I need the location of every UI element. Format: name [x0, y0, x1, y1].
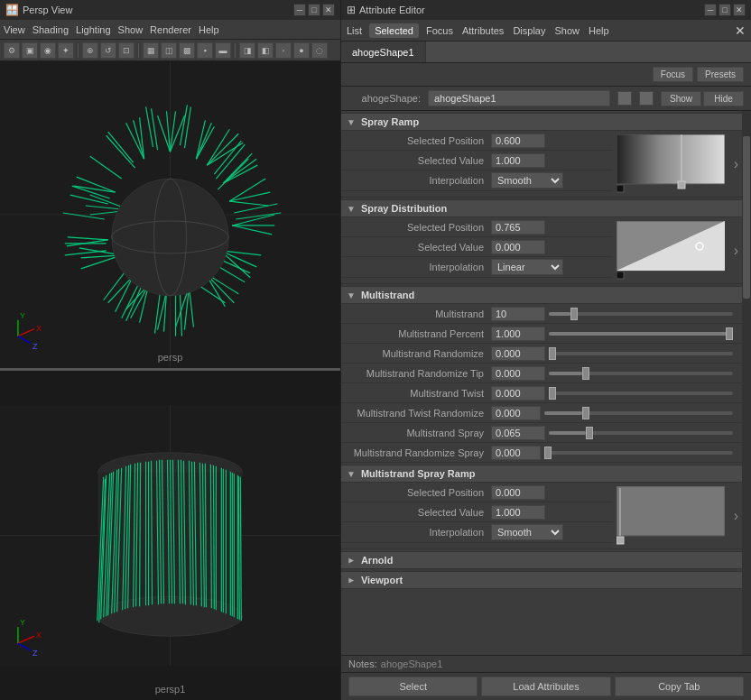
spray-ramp-pos-input[interactable]: [491, 134, 545, 148]
attr-menu-display[interactable]: Display: [511, 25, 547, 36]
toolbar-btn-4[interactable]: ✦: [58, 42, 74, 59]
multistrand-slider-4[interactable]: [549, 391, 733, 395]
ms-spray-ramp-nav-arrow[interactable]: ›: [730, 483, 742, 548]
attr-menu-show[interactable]: Show: [552, 25, 581, 36]
menu-lighting[interactable]: Lighting: [76, 24, 111, 35]
toolbar-btn-11[interactable]: ▪: [197, 42, 213, 59]
show-btn[interactable]: Show: [661, 91, 701, 106]
attr-node-input[interactable]: [428, 90, 610, 106]
spray-dist-pos-input[interactable]: [491, 220, 545, 235]
attr-menu-attributes[interactable]: Attributes: [460, 25, 505, 36]
multistrand-slider-7[interactable]: [544, 451, 733, 455]
multistrand-input-3[interactable]: [491, 366, 545, 381]
attr-tab-ahogeshape1[interactable]: ahogeShape1: [341, 41, 426, 62]
attr-scrollbar[interactable]: [742, 111, 751, 655]
svg-rect-150: [617, 272, 624, 279]
toolbar-sep-1: [78, 43, 79, 58]
attr-menu-selected[interactable]: Selected: [369, 23, 419, 38]
attr-minimize-btn[interactable]: ─: [704, 4, 717, 16]
toolbar-btn-10[interactable]: ▩: [179, 42, 195, 59]
toolbar-btn-1[interactable]: ⚙: [4, 42, 20, 59]
toolbar-btn-2[interactable]: ▣: [22, 42, 38, 59]
spray-dist-section-header[interactable]: ▼ Spray Distribution: [341, 199, 742, 217]
multistrand-input-4[interactable]: [491, 386, 545, 401]
hide-btn[interactable]: Hide: [703, 91, 744, 106]
spray-dist-interp-select[interactable]: Linear Smooth Spline: [491, 259, 563, 275]
select-btn[interactable]: Select: [348, 677, 477, 696]
persp-minimize-btn[interactable]: ─: [293, 4, 306, 16]
persp-close-btn[interactable]: ✕: [322, 4, 335, 16]
multistrand-spray-ramp-header[interactable]: ▼ Multistrand Spray Ramp: [341, 465, 742, 483]
multistrand-slider-1[interactable]: [549, 332, 733, 336]
toolbar-btn-5[interactable]: ⊕: [82, 42, 98, 59]
attr-color-btn-2[interactable]: [639, 91, 654, 106]
menu-renderer[interactable]: Renderer: [150, 24, 191, 35]
ms-spray-ramp-interp-select[interactable]: Smooth Linear Spline: [491, 524, 563, 540]
toolbar-btn-7[interactable]: ⊡: [118, 42, 134, 59]
menu-help[interactable]: Help: [199, 24, 219, 35]
persp-maximize-btn[interactable]: □: [308, 4, 320, 16]
spray-dist-interp-label: Interpolation: [347, 262, 491, 272]
multistrand-spray-ramp-content: Selected Position Selected Value Interpo…: [341, 483, 742, 549]
ms-spray-ramp-pos-input[interactable]: [491, 485, 545, 500]
arnold-section-header[interactable]: ▼ Arnold: [341, 551, 742, 569]
attr-color-btn-1[interactable]: [617, 91, 632, 106]
attr-maximize-btn[interactable]: □: [719, 4, 731, 16]
svg-rect-151: [617, 486, 725, 536]
multistrand-section-header[interactable]: ▼ Multistrand: [341, 286, 742, 304]
multistrand-input-6[interactable]: [491, 426, 545, 440]
attr-scroll-area[interactable]: ▼ Spray Ramp Selected Position Selected …: [341, 111, 742, 655]
spray-ramp-pos-label: Selected Position: [347, 135, 491, 146]
spray-ramp-section-header[interactable]: ▼ Spray Ramp: [341, 113, 742, 131]
toolbar-btn-13[interactable]: ◨: [239, 42, 255, 59]
spray-dist-pos-label: Selected Position: [347, 222, 491, 233]
multistrand-slider-6[interactable]: [549, 431, 733, 435]
svg-text:Z: Z: [32, 649, 38, 658]
attr-menu-focus[interactable]: Focus: [424, 25, 455, 36]
presets-btn[interactable]: Presets: [697, 67, 744, 82]
toolbar-btn-9[interactable]: ◫: [161, 42, 177, 59]
spray-ramp-interp-select[interactable]: Smooth Linear Spline: [491, 172, 563, 189]
toolbar-btn-3[interactable]: ◉: [40, 42, 56, 59]
multistrand-input-0[interactable]: [491, 307, 545, 321]
multistrand-input-5[interactable]: [491, 406, 541, 420]
multistrand-slider-3[interactable]: [549, 372, 733, 375]
load-attributes-btn[interactable]: Load Attributes: [481, 677, 610, 696]
ms-spray-ramp-interp-label: Interpolation: [347, 527, 491, 538]
spray-ramp-nav-arrow[interactable]: ›: [730, 131, 742, 197]
spray-dist-value-row: Selected Value: [341, 237, 613, 257]
multistrand-slider-2[interactable]: [549, 352, 733, 355]
menu-show[interactable]: Show: [118, 24, 144, 35]
menu-view[interactable]: View: [4, 24, 25, 35]
toolbar-btn-6[interactable]: ↺: [100, 42, 116, 59]
toolbar-btn-17[interactable]: ◌: [311, 42, 328, 59]
spray-dist-val-input[interactable]: [491, 240, 545, 254]
attr-close-btn[interactable]: ✕: [733, 4, 746, 16]
spray-ramp-val-input[interactable]: [491, 153, 545, 168]
multistrand-label-6: Multistrand Spray: [347, 428, 491, 438]
viewport-persp1[interactable]: X Y Z persp1: [0, 371, 340, 700]
menu-shading[interactable]: Shading: [32, 24, 69, 35]
copy-tab-btn[interactable]: Copy Tab: [615, 677, 744, 696]
spray-dist-gradient-area: [613, 217, 730, 283]
toolbar-btn-14[interactable]: ◧: [257, 42, 274, 59]
multistrand-input-7[interactable]: [491, 446, 541, 460]
toolbar-btn-16[interactable]: ●: [293, 42, 310, 59]
focus-btn[interactable]: Focus: [653, 67, 693, 82]
multistrand-slider-0[interactable]: [549, 312, 733, 316]
multistrand-input-2[interactable]: [491, 346, 545, 361]
attr-menu-list[interactable]: List: [345, 25, 364, 36]
viewport-section-header[interactable]: ▼ Viewport: [341, 571, 742, 589]
spray-dist-nav-arrow[interactable]: ›: [730, 217, 742, 283]
multistrand-input-1[interactable]: [491, 327, 545, 341]
multistrand-slider-5[interactable]: [544, 411, 733, 415]
ms-spray-ramp-val-input[interactable]: [491, 505, 545, 520]
toolbar-btn-8[interactable]: ▦: [143, 42, 159, 59]
multistrand-label-4: Multistrand Twist: [347, 388, 491, 399]
toolbar-btn-12[interactable]: ▬: [215, 42, 231, 59]
toolbar-btn-15[interactable]: ◦: [275, 42, 292, 59]
attr-menu-help[interactable]: Help: [587, 25, 611, 36]
notes-value: ahogeShape1: [381, 659, 443, 669]
attr-panel-close-btn[interactable]: ✕: [733, 23, 747, 38]
viewport-persp[interactable]: X Y Z persp: [0, 61, 340, 368]
